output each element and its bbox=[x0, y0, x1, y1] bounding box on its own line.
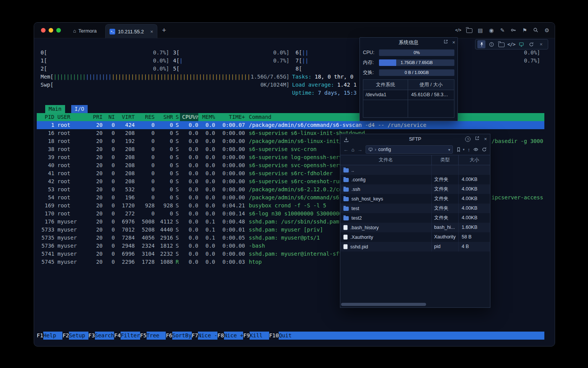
chevron-down-icon[interactable]: ▾ bbox=[448, 148, 450, 152]
new-tab-button[interactable]: + bbox=[162, 26, 166, 35]
column-header-virt[interactable]: VIRT bbox=[115, 113, 135, 121]
file-row[interactable]: .ssh文件夹4.00KB bbox=[340, 184, 490, 194]
disk-column-usage: 使用 / 大小 bbox=[408, 80, 454, 90]
terminal-monitor-icon[interactable] bbox=[517, 40, 525, 48]
file-size: 4 B bbox=[458, 242, 490, 251]
fkey-button[interactable]: Setup bbox=[69, 332, 88, 340]
file-row[interactable]: test文件夹4.00KB bbox=[340, 204, 490, 213]
file-name-cell: test bbox=[340, 206, 431, 211]
column-header-pid[interactable]: PID bbox=[37, 113, 54, 121]
file-row[interactable]: .XauthorityXauthority58 B bbox=[340, 232, 490, 242]
disk-table-body: /dev/vda145.61GB / 58.3… bbox=[363, 90, 454, 100]
meter-bar: 0 B / 1.00GB bbox=[379, 69, 454, 76]
fkey-button[interactable]: Help bbox=[43, 332, 63, 340]
file-row[interactable]: .config文件夹4.00KB bbox=[340, 175, 490, 184]
sftp-table-header[interactable]: 文件名 类型 大小 bbox=[340, 155, 490, 165]
refresh-icon[interactable] bbox=[527, 40, 535, 48]
file-name-cell: ssh_host_keys bbox=[340, 196, 431, 202]
folder-icon bbox=[343, 168, 349, 172]
fkey-button[interactable]: Quit bbox=[279, 332, 298, 340]
fkey-button[interactable]: Filter bbox=[121, 332, 140, 340]
sysinfo-meter-row: 交换:0 B / 1.00GB bbox=[360, 67, 457, 77]
up-directory-icon[interactable]: ↑ bbox=[468, 147, 470, 153]
file-row[interactable]: test2文件夹4.00KB bbox=[340, 213, 490, 223]
settings-gear-icon[interactable]: ⚙ bbox=[544, 27, 550, 33]
fkey-number: F4 bbox=[114, 332, 121, 340]
column-header-ni[interactable]: NI bbox=[103, 113, 115, 121]
stat-line: Tasks: 18, 0 thr, 0 bbox=[292, 73, 357, 81]
file-row[interactable]: .bash_historybash_hi...1.60KB bbox=[340, 223, 490, 232]
process-table-header[interactable]: PID USER PRI NI VIRT RES SHR S CPU%▽ MEM… bbox=[37, 113, 544, 121]
show-hidden-eye-icon[interactable] bbox=[473, 147, 479, 152]
fkey-button[interactable]: SortBy bbox=[172, 332, 192, 340]
popout-icon[interactable] bbox=[443, 38, 448, 48]
close-tab-icon[interactable]: × bbox=[150, 29, 153, 34]
bookmark-icon[interactable] bbox=[456, 147, 461, 152]
fkey-button[interactable]: Nice - bbox=[198, 332, 217, 340]
sftp-titlebar[interactable]: SFTP ? × bbox=[340, 134, 490, 144]
process-row[interactable]: 1root20042400S0.00.00:00.07/package/admi… bbox=[37, 121, 544, 129]
record-icon[interactable]: ◉ bbox=[488, 27, 495, 33]
flag-icon[interactable]: ⚑ bbox=[521, 27, 528, 33]
column-header-size[interactable]: 大小 bbox=[458, 155, 490, 165]
info-icon[interactable] bbox=[487, 40, 495, 48]
column-header-filename[interactable]: 文件名 bbox=[340, 155, 431, 165]
file-row[interactable]: sshd.pidpid4 B bbox=[340, 242, 490, 251]
popout-icon[interactable] bbox=[475, 134, 480, 144]
forward-icon[interactable]: → bbox=[358, 147, 363, 153]
close-icon[interactable]: × bbox=[537, 40, 545, 48]
tab-label: 10.211.55.2 bbox=[118, 29, 144, 34]
column-header-mem[interactable]: MEM% bbox=[198, 113, 215, 121]
minimize-window-button[interactable] bbox=[49, 28, 53, 33]
file-row[interactable]: ssh_host_keys文件夹4.00KB bbox=[340, 194, 490, 204]
key-icon[interactable] bbox=[510, 27, 517, 33]
column-header-time[interactable]: TIME+ bbox=[215, 113, 245, 121]
column-header-user[interactable]: USER bbox=[57, 113, 93, 121]
screen-tab-i/o[interactable]: I/O bbox=[71, 105, 88, 113]
back-icon[interactable]: ← bbox=[343, 147, 348, 153]
code-icon[interactable]: </> bbox=[507, 40, 515, 48]
search-icon[interactable] bbox=[532, 27, 539, 33]
file-row[interactable]: .. bbox=[340, 165, 490, 175]
horizontal-scrollbar[interactable] bbox=[341, 303, 426, 306]
folder-icon[interactable] bbox=[466, 27, 472, 33]
tab-termora-home[interactable]: ⌂ Termora bbox=[69, 26, 101, 36]
fkey-button[interactable]: Kill bbox=[250, 332, 269, 340]
column-header-res[interactable]: RES bbox=[135, 113, 155, 121]
fkey-number: F7 bbox=[192, 332, 198, 340]
column-header-shr[interactable]: SHR bbox=[155, 113, 173, 121]
refresh-icon[interactable] bbox=[482, 147, 487, 152]
fkey-button[interactable]: Tree bbox=[147, 332, 166, 340]
screen-tab-main[interactable]: Main bbox=[45, 105, 65, 113]
fkey-number: F3 bbox=[88, 332, 95, 340]
tab-session[interactable]: 10.211.55.2 × bbox=[105, 24, 157, 38]
help-icon[interactable]: ? bbox=[465, 136, 470, 142]
folder-icon[interactable] bbox=[497, 40, 505, 48]
zoom-window-button[interactable] bbox=[56, 28, 61, 33]
code-snippets-icon[interactable]: </> bbox=[455, 27, 461, 33]
fkey-button[interactable]: Search bbox=[95, 332, 114, 340]
path-breadcrumb[interactable]: › config ▾ bbox=[366, 145, 453, 154]
column-header-pri[interactable]: PRI bbox=[93, 113, 103, 121]
log-icon[interactable]: ▤ bbox=[477, 27, 483, 33]
fkey-button[interactable]: Nice + bbox=[224, 332, 243, 340]
close-icon[interactable]: × bbox=[484, 134, 487, 144]
file-name: .. bbox=[351, 168, 354, 173]
close-icon[interactable]: × bbox=[452, 38, 455, 48]
pin-icon[interactable] bbox=[477, 40, 485, 48]
file-name-cell: sshd.pid bbox=[340, 244, 431, 250]
file-type: Xauthority bbox=[431, 232, 458, 242]
process-command-tail: ipcserver-access bbox=[492, 194, 543, 202]
system-info-panel: 系统信息 × CPU:0%内存:1.75GB / 7.65GB交换:0 B / … bbox=[359, 37, 458, 121]
column-header-type[interactable]: 类型 bbox=[431, 155, 458, 165]
cpu-meter-column: 3[0.0%]4[|0.7%]5[ bbox=[173, 49, 289, 73]
home-icon[interactable]: ⌂ bbox=[351, 147, 354, 153]
column-header-state[interactable]: S bbox=[175, 113, 180, 121]
sysinfo-meter-row: CPU:0% bbox=[360, 48, 457, 58]
cpu-meter: 3[0.0%] bbox=[173, 49, 289, 57]
chevron-down-icon[interactable]: ▾ bbox=[463, 148, 465, 151]
column-header-cpu-sorted[interactable]: CPU%▽ bbox=[180, 113, 198, 121]
edit-icon[interactable]: ✎ bbox=[499, 27, 506, 33]
close-window-button[interactable] bbox=[41, 28, 46, 33]
download-icon[interactable] bbox=[343, 136, 349, 146]
